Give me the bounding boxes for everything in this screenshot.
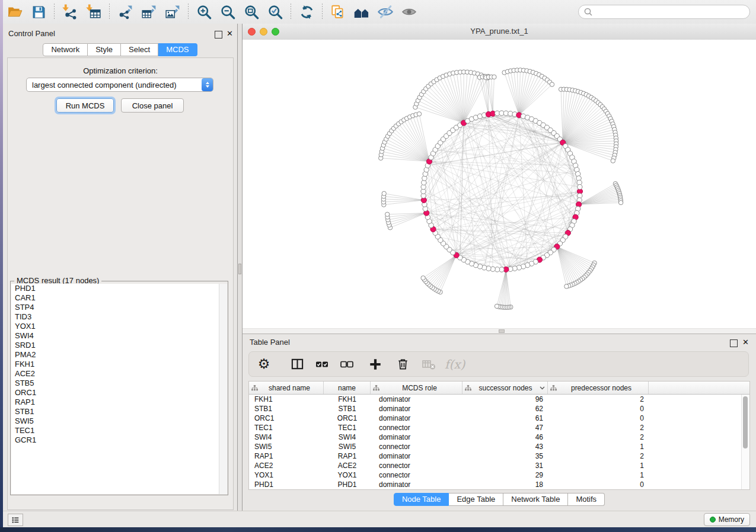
deselect-all-button[interactable] [337, 354, 357, 374]
apply-layout-button[interactable] [296, 2, 317, 21]
close-panel-button[interactable]: Close panel [121, 98, 184, 113]
column-header-predecessor-nodes[interactable]: predecessor nodes [548, 382, 649, 394]
column-header-name[interactable]: name [324, 382, 371, 394]
list-item[interactable]: SRD1 [11, 341, 227, 350]
delete-column-button[interactable] [393, 354, 413, 374]
tab-motifs[interactable]: Motifs [568, 493, 605, 506]
table-row[interactable]: YOX1YOX1connector291 [249, 470, 749, 480]
node-table[interactable]: shared name name MCDS role successor nod… [248, 381, 750, 490]
list-item[interactable]: RAP1 [11, 398, 227, 407]
network-leaf-node[interactable] [382, 191, 386, 196]
zoom-fit-button[interactable] [241, 2, 262, 21]
show-columns-button[interactable] [287, 354, 307, 374]
delete-table-button[interactable] [419, 354, 439, 374]
list-item[interactable]: SWI4 [11, 331, 227, 341]
table-row[interactable]: SWI4SWI4dominator462 [249, 432, 749, 442]
close-panel-icon[interactable]: ✕ [742, 339, 749, 346]
select-all-button[interactable] [312, 354, 332, 374]
float-panel-icon[interactable] [730, 339, 738, 347]
list-item[interactable]: STB1 [11, 407, 227, 416]
import-table-button[interactable] [83, 2, 104, 21]
float-panel-icon[interactable] [215, 31, 222, 39]
network-window-titlebar[interactable]: YPA_prune.txt_1 [243, 24, 756, 40]
list-item[interactable]: TEC1 [11, 426, 227, 435]
search-input[interactable] [596, 7, 749, 17]
network-canvas[interactable] [243, 40, 756, 329]
list-item[interactable]: STP4 [11, 303, 227, 312]
hide-selected-button[interactable] [375, 2, 396, 21]
zoom-selected-button[interactable] [264, 2, 286, 21]
list-item[interactable]: FKH1 [11, 360, 227, 369]
save-floppy-icon [31, 5, 46, 20]
list-item[interactable]: STB5 [11, 379, 227, 388]
zoom-in-button[interactable] [193, 2, 215, 21]
list-item[interactable]: TID3 [11, 312, 227, 322]
export-table-button[interactable] [138, 2, 160, 21]
network-leaf-node[interactable] [385, 212, 390, 216]
tab-select[interactable]: Select [121, 43, 158, 56]
log-console-button[interactable] [8, 514, 23, 526]
list-item[interactable]: PHD1 [11, 284, 227, 293]
import-network-button[interactable] [59, 2, 81, 21]
list-item[interactable]: PMA2 [11, 350, 227, 360]
network-leaf-node[interactable] [495, 304, 499, 308]
tab-edge-table[interactable]: Edge Table [449, 493, 503, 506]
table-row[interactable]: TEC1TEC1connector472 [249, 423, 749, 432]
table-row[interactable]: STB1STB1dominator620 [249, 404, 749, 414]
tab-style[interactable]: Style [88, 43, 121, 56]
zoom-out-button[interactable] [217, 2, 238, 21]
open-session-button[interactable] [4, 2, 25, 21]
network-edge [407, 118, 429, 162]
table-row[interactable]: SWI5SWI5connector431 [249, 442, 749, 451]
splitter-handle[interactable] [238, 264, 241, 274]
table-scrollbar[interactable] [741, 395, 749, 489]
close-panel-icon[interactable]: ✕ [227, 30, 233, 37]
list-item[interactable]: YOX1 [11, 322, 227, 331]
network-leaf-node[interactable] [417, 112, 421, 116]
list-item[interactable]: CAR1 [11, 293, 227, 303]
table-row[interactable]: ACE2ACE2connector311 [249, 461, 749, 470]
table-row[interactable]: RAP1RAP1dominator352 [249, 451, 749, 461]
add-column-button[interactable] [365, 354, 385, 374]
list-item[interactable]: ACE2 [11, 369, 227, 379]
column-header-successor-nodes[interactable]: successor nodes [462, 382, 548, 394]
show-all-button[interactable] [398, 2, 420, 21]
export-image-button[interactable] [162, 2, 183, 21]
run-mcds-button[interactable]: Run MCDS [56, 98, 114, 113]
list-item[interactable]: SWI5 [11, 416, 227, 426]
tab-network[interactable]: Network [43, 43, 88, 56]
column-header-shared-name[interactable]: shared name [249, 382, 324, 394]
search-field[interactable] [578, 5, 750, 19]
network-leaf-node[interactable] [618, 200, 623, 204]
mcds-result-list[interactable]: PHD1 CAR1 STP4 TID3 YOX1 SWI4 SRD1 PMA2 … [11, 284, 227, 494]
list-item[interactable]: GCR1 [11, 435, 227, 445]
column-header-mcds-role[interactable]: MCDS role [371, 382, 462, 394]
table-row[interactable]: PHD1PHD1dominator180 [249, 480, 749, 489]
horizontal-splitter[interactable] [243, 328, 756, 334]
network-leaf-node[interactable] [421, 276, 425, 280]
network-leaf-node[interactable] [611, 159, 615, 163]
network-leaf-node[interactable] [550, 82, 554, 86]
first-neighbors-button[interactable] [351, 2, 372, 21]
horizontal-splitter-handle[interactable] [499, 329, 505, 333]
table-row[interactable]: FKH1FKH1dominator962 [249, 395, 749, 404]
vertical-splitter[interactable] [237, 24, 243, 511]
tab-mcds[interactable]: MCDS [158, 43, 197, 56]
table-mode-gear-button[interactable]: ⚙ [254, 354, 274, 374]
tab-network-table[interactable]: Network Table [503, 493, 568, 506]
export-network-button[interactable] [114, 2, 136, 21]
mcds-scrollbar[interactable] [219, 284, 227, 494]
tab-node-table[interactable]: Node Table [394, 493, 449, 506]
table-row[interactable]: ORC1ORC1dominator610 [249, 414, 749, 423]
clone-network-button[interactable] [327, 2, 349, 21]
memory-button[interactable]: Memory [704, 513, 750, 526]
network-node[interactable] [578, 184, 582, 189]
criterion-select[interactable]: largest connected component (undirected) [26, 78, 213, 92]
list-item[interactable]: ORC1 [11, 388, 227, 398]
criterion-selected-value: largest connected component (undirected) [27, 81, 202, 89]
table-scrollbar-thumb[interactable] [743, 396, 748, 448]
network-leaf-node[interactable] [564, 284, 569, 289]
function-builder-button[interactable]: f(x) [445, 354, 465, 374]
network-leaf-node[interactable] [492, 75, 496, 79]
save-session-button[interactable] [28, 2, 49, 21]
